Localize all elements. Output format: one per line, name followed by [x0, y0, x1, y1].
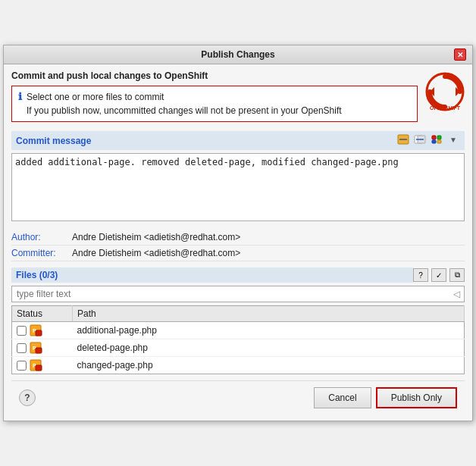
warning-line2: If you publish now, uncommitted changes … — [27, 104, 342, 117]
close-button[interactable]: ✕ — [454, 48, 466, 61]
author-row: Author: Andre Dietisheim <adietish@redha… — [11, 230, 465, 246]
warning-text: Select one or more files to commit If yo… — [27, 90, 342, 117]
file-type-icon-2: P — [30, 342, 43, 354]
committer-value: Andre Dietisheim <adietish@redhat.com> — [72, 248, 240, 258]
bottom-bar: ? Cancel Publish Only — [11, 380, 465, 414]
file-checkbox-2[interactable] — [17, 343, 27, 353]
button-group: Cancel Publish Only — [314, 387, 457, 408]
help-button[interactable]: ? — [19, 389, 36, 406]
svg-text:P: P — [33, 346, 36, 351]
svg-text:P: P — [33, 328, 36, 333]
file-type-icon-3: P — [30, 359, 43, 371]
top-header-left: Commit and push local changes to OpenShi… — [11, 70, 418, 128]
svg-rect-9 — [432, 136, 436, 139]
table-row: P additional-page.php — [12, 322, 465, 339]
commit-message-header: Commit message ▼ — [11, 131, 465, 150]
title-bar: Publish Changes ✕ — [4, 45, 472, 64]
svg-rect-10 — [437, 136, 441, 139]
svg-rect-12 — [437, 140, 441, 143]
svg-rect-11 — [432, 140, 436, 143]
commit-message-toolbar: ▼ — [396, 133, 460, 145]
author-label: Author: — [11, 232, 72, 242]
file-checkbox-3[interactable] — [17, 361, 27, 371]
toolbar-icon-2[interactable] — [413, 133, 427, 145]
files-header-icons: ? ✓ ⧉ — [413, 268, 465, 282]
toolbar-icon-3[interactable] — [430, 133, 443, 145]
svg-rect-20 — [36, 365, 42, 371]
warning-box: ℹ Select one or more files to commit If … — [11, 86, 418, 122]
col-header-status: Status — [12, 306, 73, 322]
commit-message-input[interactable]: added additional-page. removed deleted-p… — [11, 153, 465, 221]
svg-text:P: P — [33, 363, 36, 368]
files-icon-copy[interactable]: ⧉ — [449, 268, 465, 282]
dialog-body: Commit and push local changes to OpenShi… — [4, 64, 472, 421]
files-icon-check[interactable]: ✓ — [431, 268, 446, 282]
commit-message-section: Commit message ▼ added additional-page. … — [11, 131, 465, 224]
file-status-cell: P — [12, 339, 73, 357]
table-row: P deleted-page.php — [12, 339, 465, 357]
toolbar-chevron-down[interactable]: ▼ — [446, 133, 460, 145]
top-header: Commit and push local changes to OpenShi… — [11, 70, 465, 131]
toolbar-icon-1[interactable] — [396, 133, 410, 145]
files-header-row: Files (0/3) ? ✓ ⧉ — [11, 267, 465, 283]
svg-rect-14 — [36, 330, 42, 336]
committer-label: Committer: — [11, 248, 72, 258]
author-value: Andre Dietisheim <adietish@redhat.com> — [72, 232, 240, 242]
svg-rect-17 — [36, 348, 42, 353]
filter-row: ◁ — [11, 286, 465, 302]
info-icon: ℹ — [18, 91, 22, 102]
committer-row: Committer: Andre Dietisheim <adietish@re… — [11, 246, 465, 261]
col-header-path: Path — [73, 306, 465, 322]
openshift-logo: OPENSHIFT — [425, 72, 465, 114]
commit-message-label: Commit message — [16, 136, 91, 146]
file-type-icon-1: P — [30, 324, 43, 336]
filter-input[interactable] — [12, 286, 449, 302]
file-path-cell: changed-page.php — [73, 357, 465, 374]
svg-text:OPENSHIFT: OPENSHIFT — [430, 105, 461, 111]
dialog-subtitle: Commit and push local changes to OpenShi… — [11, 70, 418, 81]
file-checkbox-1[interactable] — [17, 326, 27, 336]
file-status-cell: P — [12, 322, 73, 339]
files-section: Files (0/3) ? ✓ ⧉ ◁ Status Path — [11, 267, 465, 374]
file-status-cell: P — [12, 357, 73, 374]
dialog-title: Publish Changes — [22, 49, 454, 60]
files-icon-help[interactable]: ? — [413, 268, 428, 282]
file-path-cell: additional-page.php — [73, 322, 465, 339]
file-path-cell: deleted-page.php — [73, 339, 465, 357]
filter-clear-icon[interactable]: ◁ — [449, 287, 464, 301]
table-row: P changed-page.php — [12, 357, 465, 374]
publish-only-button[interactable]: Publish Only — [376, 387, 457, 408]
files-section-label: Files (0/3) — [11, 267, 413, 283]
files-table: Status Path P — [11, 305, 465, 374]
cancel-button[interactable]: Cancel — [314, 387, 371, 408]
openshift-logo-svg: OPENSHIFT — [425, 72, 465, 111]
publish-changes-dialog: Publish Changes ✕ Commit and push local … — [3, 45, 473, 421]
warning-line1: Select one or more files to commit — [27, 90, 342, 104]
